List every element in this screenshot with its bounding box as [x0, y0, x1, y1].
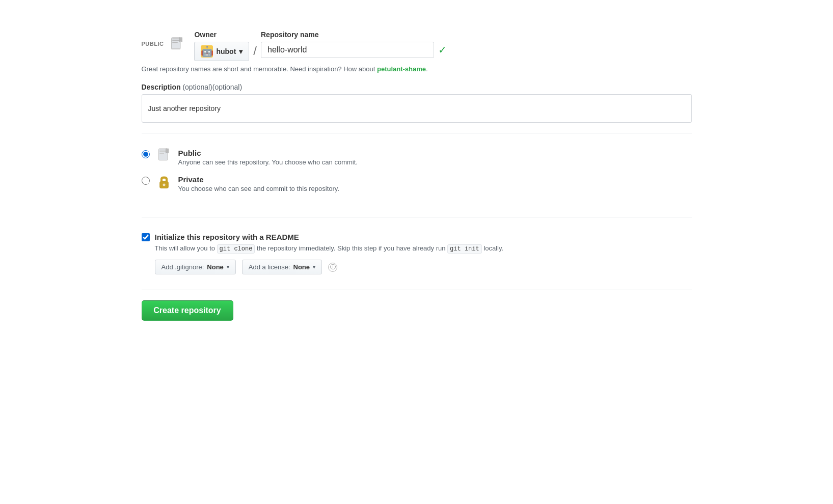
repo-name-hint: Great repository names are short and mem…: [142, 65, 692, 73]
svg-rect-9: [159, 151, 167, 152]
license-info-icon[interactable]: ⓘ: [328, 263, 337, 272]
description-section: Description (optional)(optional): [142, 83, 692, 123]
svg-rect-3: [173, 42, 178, 43]
public-radio-desc: Anyone can see this repository. You choo…: [178, 158, 358, 166]
readme-checkbox-label: Initialize this repository with a README: [155, 233, 299, 241]
readme-checkbox[interactable]: [142, 233, 150, 241]
public-radio-text: Public Anyone can see this repository. Y…: [178, 149, 358, 166]
gitignore-dropdown[interactable]: Add .gitignore: None ▾: [155, 260, 236, 274]
git-clone-code: git clone: [217, 244, 255, 254]
divider-2: [142, 217, 692, 217]
hint-text-after: .: [426, 65, 428, 73]
svg-rect-10: [159, 153, 164, 154]
repo-name-input-row: ✓: [261, 42, 447, 58]
private-option: Private You choose who can see and commi…: [142, 175, 692, 192]
public-repo-icon: [156, 148, 172, 164]
owner-select-button[interactable]: 🤖 hubot ▾: [194, 42, 249, 61]
private-radio[interactable]: [142, 177, 150, 185]
repo-name-wrapper: Repository name ✓: [261, 31, 447, 58]
public-option: Public Anyone can see this repository. Y…: [142, 149, 692, 166]
license-label-prefix: Add a license:: [249, 263, 290, 271]
valid-checkmark-icon: ✓: [438, 44, 447, 56]
readme-hint-before: This will allow you to: [155, 244, 217, 252]
private-lock-icon: [156, 174, 172, 190]
repo-name-input[interactable]: [261, 42, 434, 58]
readme-checkbox-row: Initialize this repository with a README: [142, 233, 692, 241]
private-radio-label: Private: [178, 175, 340, 184]
divider-3: [142, 290, 692, 290]
page-container: PUBLIC Owner: [111, 0, 722, 351]
repo-name-label: Repository name: [261, 31, 447, 39]
create-repository-button[interactable]: Create repository: [142, 300, 233, 321]
readme-hint-middle: the repository immediately. Skip this st…: [255, 244, 447, 252]
git-init-code: git init: [447, 244, 482, 254]
visibility-section: Public Anyone can see this repository. Y…: [142, 144, 692, 207]
gitignore-arrow-icon: ▾: [227, 264, 229, 270]
public-radio-label: Public: [178, 149, 358, 157]
divider-1: [142, 133, 692, 133]
create-button-wrapper: Create repository: [142, 300, 692, 321]
public-radio[interactable]: [142, 150, 150, 158]
readme-section: Initialize this repository with a README…: [142, 228, 692, 279]
description-optional-text: (optional): [212, 83, 242, 91]
public-badge: PUBLIC: [142, 41, 164, 47]
dropdown-row: Add .gitignore: None ▾ Add a license: No…: [155, 260, 692, 274]
form-section: PUBLIC Owner: [142, 20, 692, 331]
separator: /: [253, 44, 257, 58]
license-arrow-icon: ▾: [313, 264, 315, 270]
svg-rect-1: [173, 39, 180, 40]
svg-rect-2: [173, 40, 180, 41]
private-radio-text: Private You choose who can see and commi…: [178, 175, 340, 192]
gitignore-value: None: [207, 263, 224, 271]
gitignore-label-prefix: Add .gitignore:: [162, 263, 204, 271]
description-input[interactable]: [142, 94, 692, 123]
license-value: None: [293, 263, 310, 271]
owner-label: Owner: [194, 31, 249, 39]
hint-text-before: Great repository names are short and mem…: [142, 65, 377, 73]
license-dropdown[interactable]: Add a license: None ▾: [242, 260, 322, 274]
svg-marker-6: [180, 38, 182, 42]
readme-hint-after: locally.: [482, 244, 503, 252]
svg-point-13: [163, 184, 165, 186]
owner-dropdown-arrow: ▾: [239, 47, 243, 55]
owner-repo-row: PUBLIC Owner: [142, 31, 692, 61]
description-label-text: Description: [142, 83, 181, 91]
public-badge-area: PUBLIC: [142, 35, 186, 53]
private-radio-desc: You choose who can see and commit to thi…: [178, 185, 340, 192]
repo-suggestion-link[interactable]: petulant-shame: [377, 65, 426, 73]
owner-avatar: 🤖: [201, 45, 213, 58]
description-label: Description (optional)(optional): [142, 83, 692, 91]
owner-name: hubot: [216, 47, 236, 55]
description-optional-label: (optional): [182, 83, 212, 91]
owner-field-group: Owner 🤖 hubot ▾: [194, 31, 249, 61]
readme-hint: This will allow you to git clone the rep…: [155, 244, 692, 253]
repo-icon: [168, 35, 186, 53]
svg-rect-8: [159, 150, 167, 151]
